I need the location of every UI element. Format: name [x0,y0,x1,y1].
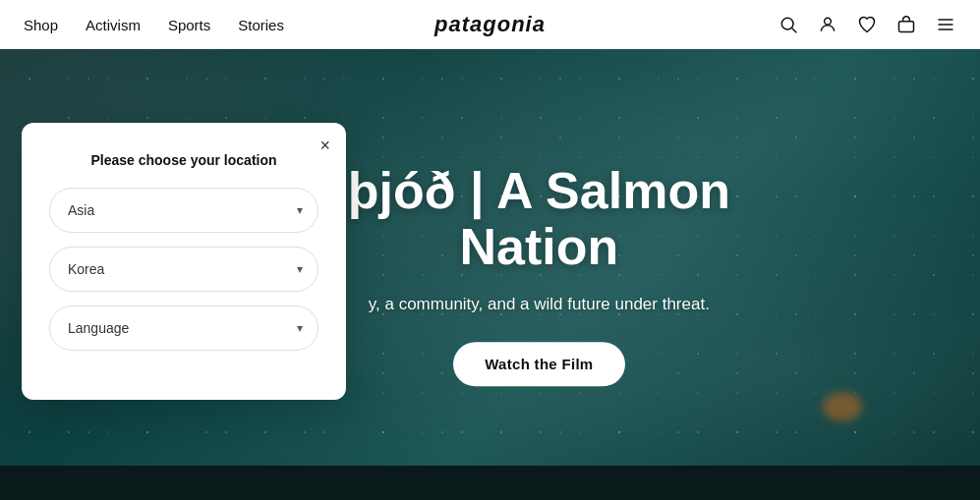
menu-icon[interactable] [935,14,956,35]
site-logo[interactable]: patagonia [434,12,546,37]
svg-rect-3 [899,22,914,32]
modal-title: Please choose your location [49,152,318,168]
navbar: Shop Activism Sports Stories patagonia [0,0,980,49]
wishlist-icon[interactable] [856,14,878,35]
language-select-wrapper: Language English Korean Japanese Chinese… [49,306,318,351]
svg-line-1 [792,28,797,33]
region-select[interactable]: Asia North America Europe South America … [49,188,318,233]
nav-stories[interactable]: Stories [238,17,284,33]
modal-overlay: × Please choose your location Asia North… [0,49,980,500]
account-icon[interactable] [817,14,838,35]
nav-activism[interactable]: Activism [86,17,141,33]
country-select[interactable]: Korea Japan China India Thailand [49,247,318,292]
nav-shop[interactable]: Shop [24,17,58,33]
search-icon[interactable] [778,14,799,35]
svg-point-2 [825,18,832,25]
nav-right-icons [778,14,956,35]
country-select-wrapper: Korea Japan China India Thailand ▾ [49,247,318,292]
modal-close-button[interactable]: × [319,137,330,154]
bag-icon[interactable] [895,14,917,35]
nav-left-links: Shop Activism Sports Stories [24,17,284,33]
nav-sports[interactable]: Sports [168,17,210,33]
svg-point-0 [781,18,793,29]
language-select[interactable]: Language English Korean Japanese Chinese [49,306,318,351]
location-modal: × Please choose your location Asia North… [22,123,346,400]
region-select-wrapper: Asia North America Europe South America … [49,188,318,233]
